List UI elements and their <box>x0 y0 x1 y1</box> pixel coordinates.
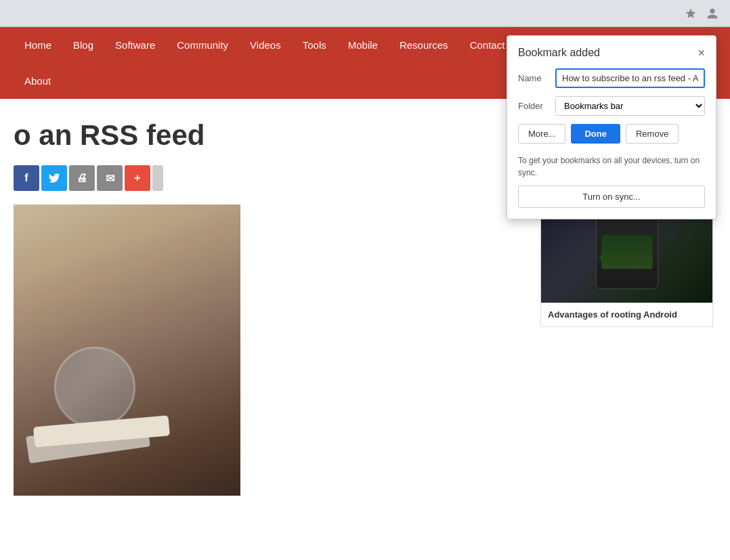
bookmark-folder-select[interactable]: Bookmarks bar Other bookmarks Mobile boo… <box>555 96 705 116</box>
email-share-button[interactable]: ✉ <box>97 165 123 191</box>
bookmark-close-button[interactable]: × <box>697 47 705 59</box>
bookmark-done-button[interactable]: Done <box>571 124 620 144</box>
bookmark-title: Bookmark added <box>518 47 600 59</box>
more-share-button[interactable]: + <box>125 165 150 191</box>
browser-chrome <box>0 0 730 27</box>
nav-about[interactable]: About <box>14 63 62 99</box>
bookmark-name-input[interactable] <box>555 68 705 88</box>
bookmark-sync-text: To get your bookmarks on all your device… <box>518 154 705 179</box>
facebook-share-button[interactable]: f <box>14 165 39 191</box>
nav-resources[interactable]: Resources <box>389 27 459 63</box>
main-content: o an RSS feed f 🖨 ✉ + <box>14 119 520 496</box>
twitter-share-button[interactable] <box>41 165 67 191</box>
tab-card-caption: Advantages of rooting Android <box>541 303 712 326</box>
extra-share-button[interactable] <box>152 165 163 191</box>
share-buttons: f 🖨 ✉ + <box>14 165 520 191</box>
page-title: o an RSS feed <box>14 119 520 152</box>
bookmark-popup: Bookmark added × Name Folder Bookmarks b… <box>507 35 716 219</box>
print-share-button[interactable]: 🖨 <box>69 165 95 191</box>
nav-mobile[interactable]: Mobile <box>337 27 389 63</box>
nav-community[interactable]: Community <box>166 27 239 63</box>
bookmark-name-label: Name <box>518 73 549 83</box>
bookmark-more-button[interactable]: More... <box>518 124 565 144</box>
bookmark-name-field: Name <box>518 68 705 88</box>
bookmark-remove-button[interactable]: Remove <box>626 124 679 144</box>
bookmark-folder-field: Folder Bookmarks bar Other bookmarks Mob… <box>518 96 705 116</box>
nav-tools[interactable]: Tools <box>292 27 337 63</box>
bookmark-folder-label: Folder <box>518 101 549 111</box>
article-image <box>14 204 240 496</box>
bookmark-star-icon[interactable] <box>680 3 702 24</box>
nav-blog[interactable]: Blog <box>62 27 104 63</box>
profile-icon[interactable] <box>702 3 723 24</box>
nav-videos[interactable]: Videos <box>239 27 292 63</box>
bookmark-actions: More... Done Remove <box>518 124 705 144</box>
bookmark-header: Bookmark added × <box>518 47 705 59</box>
green-line-decoration <box>601 257 649 259</box>
bookmark-sync-button[interactable]: Turn on sync... <box>518 186 705 208</box>
nav-software[interactable]: Software <box>104 27 166 63</box>
nav-home[interactable]: Home <box>14 27 62 63</box>
